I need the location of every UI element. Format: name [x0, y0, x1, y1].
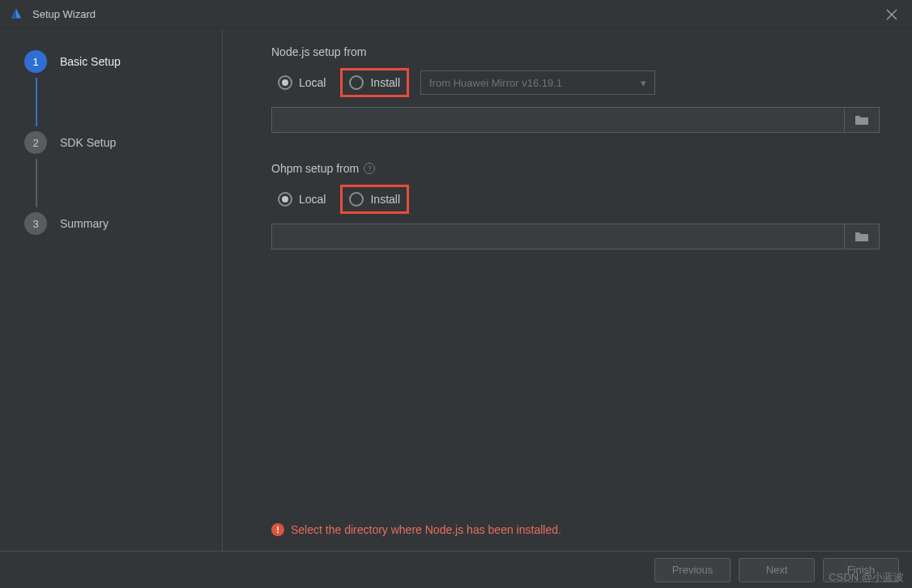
- radio-icon: [349, 192, 364, 207]
- nodejs-version-dropdown[interactable]: from Huawei Mirror v16.19.1 ▾: [420, 70, 655, 95]
- nodejs-path-input[interactable]: [271, 107, 844, 133]
- step-number: 2: [24, 131, 47, 154]
- step-summary[interactable]: 3 Summary: [24, 207, 222, 240]
- step-connector: [36, 78, 37, 126]
- error-icon: !: [271, 523, 284, 536]
- wizard-footer: Previous Next Finish: [0, 551, 912, 588]
- ohpm-path-row: [271, 224, 880, 249]
- radio-icon: [349, 75, 364, 90]
- previous-button[interactable]: Previous: [654, 558, 731, 582]
- folder-icon: [854, 231, 869, 242]
- nodejs-radio-row: Local Install from Huawei Mirror v16.19.…: [271, 68, 880, 97]
- nodejs-radio-local[interactable]: Local: [271, 70, 332, 95]
- nodejs-section-label: Node.js setup from: [271, 45, 880, 58]
- ohpm-section-label: Ohpm setup from ?: [271, 162, 880, 175]
- titlebar: Setup Wizard: [0, 0, 912, 29]
- step-label: Summary: [60, 217, 109, 230]
- nodejs-radio-install[interactable]: Install: [340, 68, 409, 97]
- wizard-content: Node.js setup from Local Install from Hu…: [223, 29, 912, 551]
- radio-label-local: Local: [299, 76, 326, 89]
- dropdown-selected-text: from Huawei Mirror v16.19.1: [429, 77, 562, 89]
- step-connector: [36, 159, 37, 207]
- radio-label-local: Local: [299, 193, 326, 206]
- radio-label-install: Install: [370, 193, 400, 206]
- ohpm-section-text: Ohpm setup from: [271, 162, 359, 175]
- window-title: Setup Wizard: [32, 8, 880, 20]
- finish-button[interactable]: Finish: [823, 558, 899, 582]
- nodejs-section-text: Node.js setup from: [271, 45, 367, 58]
- radio-label-install: Install: [370, 76, 400, 89]
- next-button[interactable]: Next: [739, 558, 815, 582]
- step-sdk-setup[interactable]: 2 SDK Setup: [24, 126, 222, 159]
- step-number: 1: [24, 50, 47, 73]
- ohpm-radio-row: Local Install: [271, 185, 880, 214]
- step-number: 3: [24, 212, 47, 235]
- nodejs-browse-button[interactable]: [844, 107, 880, 133]
- error-text: Select the directory where Node.js has b…: [291, 523, 561, 536]
- ohpm-browse-button[interactable]: [844, 224, 880, 249]
- nodejs-path-row: [271, 107, 880, 133]
- error-message: ! Select the directory where Node.js has…: [271, 523, 561, 536]
- close-icon: [886, 9, 897, 20]
- radio-icon: [278, 192, 292, 207]
- ohpm-radio-install[interactable]: Install: [340, 185, 409, 214]
- folder-icon: [854, 114, 869, 126]
- close-button[interactable]: [880, 2, 904, 27]
- radio-icon: [278, 75, 292, 90]
- step-label: SDK Setup: [60, 136, 116, 149]
- chevron-down-icon: ▾: [641, 77, 646, 89]
- step-label: Basic Setup: [60, 55, 121, 68]
- ohpm-path-input[interactable]: [271, 224, 844, 249]
- wizard-steps-sidebar: 1 Basic Setup 2 SDK Setup 3 Summary: [0, 29, 223, 551]
- help-icon[interactable]: ?: [364, 163, 375, 174]
- ohpm-radio-local[interactable]: Local: [271, 187, 332, 211]
- app-icon: [8, 6, 24, 23]
- step-basic-setup[interactable]: 1 Basic Setup: [24, 45, 222, 78]
